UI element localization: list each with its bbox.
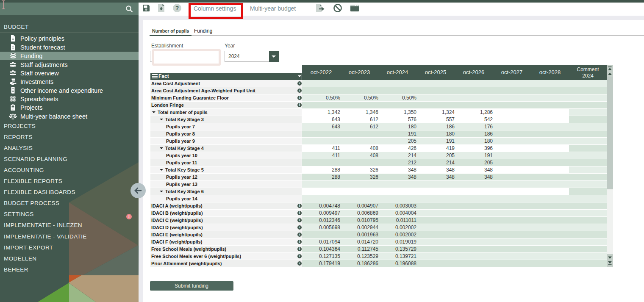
svg-text:?: ? (175, 5, 179, 11)
